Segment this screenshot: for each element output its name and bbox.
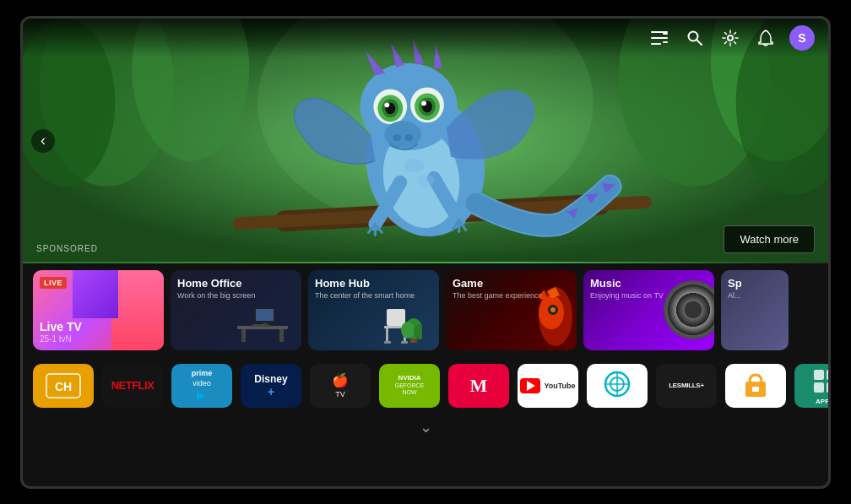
svg-line-7 bbox=[697, 40, 702, 45]
desk-illustration bbox=[229, 301, 296, 347]
svg-rect-2 bbox=[651, 43, 661, 45]
svg-rect-5 bbox=[663, 33, 668, 35]
svg-rect-51 bbox=[252, 324, 269, 327]
settings-icon[interactable] bbox=[718, 26, 742, 50]
svg-rect-46 bbox=[279, 329, 284, 342]
cards-row: LIVE Live TV 25-1 tvN Home Office Work o… bbox=[23, 263, 828, 357]
app-youtube[interactable]: YouTube bbox=[518, 364, 578, 408]
svg-rect-0 bbox=[651, 31, 668, 33]
top-bar: S bbox=[23, 19, 828, 57]
bottom-bar: ⌄ bbox=[23, 415, 828, 440]
menu-icon[interactable] bbox=[648, 26, 671, 50]
svg-point-8 bbox=[728, 35, 733, 41]
svg-point-60 bbox=[401, 322, 415, 339]
shop-logo bbox=[739, 368, 772, 400]
card-home-office[interactable]: Home Office Work on the big screen bbox=[171, 270, 301, 350]
svg-text:CH: CH bbox=[55, 380, 72, 393]
app-ch[interactable]: CH bbox=[33, 364, 94, 408]
svg-point-33 bbox=[384, 102, 389, 107]
svg-rect-1 bbox=[651, 37, 668, 39]
svg-point-67 bbox=[550, 307, 556, 312]
ch-logo: CH bbox=[45, 372, 82, 399]
plant-illustration bbox=[380, 296, 422, 347]
app-disney[interactable]: Disney + bbox=[241, 364, 301, 408]
svg-rect-48 bbox=[256, 309, 274, 321]
svg-rect-53 bbox=[387, 309, 405, 326]
svg-rect-76 bbox=[752, 387, 759, 392]
tv-screen: S bbox=[20, 16, 831, 489]
bell-icon[interactable] bbox=[754, 26, 778, 50]
avatar[interactable]: S bbox=[789, 25, 815, 51]
svg-point-42 bbox=[404, 158, 425, 171]
svg-rect-54 bbox=[386, 328, 388, 342]
app-prime[interactable]: prime video ▶ bbox=[171, 364, 232, 408]
hero-prev-button[interactable]: ‹ bbox=[31, 129, 55, 153]
card-music[interactable]: Music Enjoying music on TV bbox=[583, 270, 714, 350]
card-sp-label: Sp Al... bbox=[728, 277, 742, 300]
svg-rect-4 bbox=[663, 41, 668, 43]
sponsored-badge: SPONSORED bbox=[36, 244, 98, 253]
card-live-tv[interactable]: LIVE Live TV 25-1 tvN bbox=[33, 270, 164, 350]
svg-rect-57 bbox=[401, 341, 408, 344]
svg-point-40 bbox=[393, 134, 401, 141]
card-live-tv-label: Live TV 25-1 tvN bbox=[40, 320, 82, 344]
scroll-down-icon[interactable]: ⌄ bbox=[420, 418, 432, 436]
svg-point-38 bbox=[421, 100, 426, 106]
card-home-office-label: Home Office Work on the big screen bbox=[177, 277, 255, 300]
watch-more-button[interactable]: Watch more bbox=[724, 225, 815, 253]
game-character bbox=[509, 283, 577, 350]
svg-point-41 bbox=[404, 134, 413, 141]
app-shop[interactable] bbox=[725, 364, 786, 408]
card-music-label: Music Enjoying music on TV bbox=[590, 277, 664, 300]
lesmills-label: LESMILLS+ bbox=[669, 382, 704, 389]
app-netflix[interactable]: NETFLIX bbox=[102, 364, 163, 408]
app-lesmills[interactable]: LESMILLS+ bbox=[656, 364, 717, 408]
svg-marker-65 bbox=[539, 290, 546, 300]
app-apps[interactable]: APPS bbox=[794, 364, 828, 408]
app-masterclass[interactable]: M bbox=[448, 364, 509, 408]
svg-point-43 bbox=[416, 174, 435, 186]
app-sansar[interactable] bbox=[587, 364, 648, 408]
svg-rect-56 bbox=[384, 341, 391, 344]
search-icon[interactable] bbox=[683, 26, 707, 50]
card-game[interactable]: Game The best game experience bbox=[446, 270, 577, 350]
vinyl-illustration bbox=[664, 280, 714, 339]
app-apple[interactable]: 🍎 TV bbox=[310, 364, 371, 408]
apps-row: CH NETFLIX prime video ▶ Disney + � bbox=[23, 357, 828, 415]
card-sp[interactable]: Sp Al... bbox=[721, 270, 789, 350]
sansar-logo bbox=[602, 369, 632, 399]
card-home-hub[interactable]: Home Hub The center of the smart home bbox=[308, 270, 439, 350]
app-nvidia[interactable]: NVIDIA GEFORCE NOW bbox=[379, 364, 440, 408]
svg-rect-45 bbox=[241, 329, 246, 342]
netflix-label: NETFLIX bbox=[111, 379, 154, 392]
svg-rect-3 bbox=[663, 37, 664, 39]
apps-label: APPS bbox=[816, 398, 828, 405]
